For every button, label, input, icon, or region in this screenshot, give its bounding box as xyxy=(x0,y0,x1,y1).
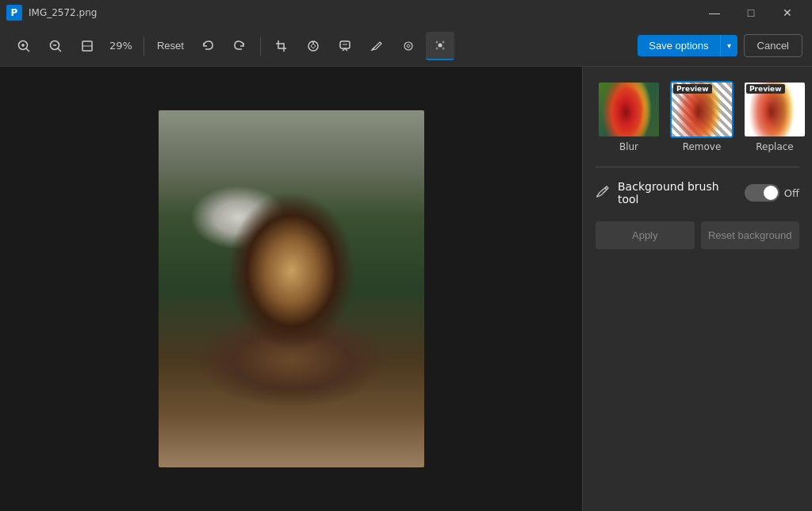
replace-option[interactable]: Preview Replace xyxy=(741,79,808,154)
adjustments-button[interactable] xyxy=(299,32,327,60)
redo-button[interactable] xyxy=(225,32,254,60)
cancel-button[interactable]: Cancel xyxy=(744,34,802,57)
background-options: Blur Preview Remove Preview Replace xyxy=(596,79,799,154)
main-image xyxy=(159,110,424,467)
background-effect-button[interactable] xyxy=(426,32,454,60)
image-container xyxy=(159,110,424,467)
close-button[interactable]: ✕ xyxy=(769,0,806,25)
minimize-button[interactable]: — xyxy=(696,0,733,25)
action-buttons: Apply Reset background xyxy=(596,221,799,249)
svg-point-14 xyxy=(404,42,412,50)
svg-line-1 xyxy=(26,48,29,52)
retouch-button[interactable] xyxy=(394,32,423,60)
svg-line-5 xyxy=(58,48,61,52)
crop-button[interactable] xyxy=(267,32,296,60)
main-image-visual xyxy=(159,110,424,467)
svg-point-15 xyxy=(438,43,442,47)
draw-button[interactable] xyxy=(362,32,391,60)
right-panel: Blur Preview Remove Preview Replace xyxy=(582,67,812,511)
replace-card[interactable]: Preview xyxy=(743,81,806,138)
canvas-area[interactable] xyxy=(0,67,582,511)
blur-option[interactable]: Blur xyxy=(596,79,662,154)
main-content: Blur Preview Remove Preview Replace xyxy=(0,67,812,511)
toggle-state-label: Off xyxy=(784,187,799,199)
remove-option[interactable]: Preview Remove xyxy=(668,79,735,154)
panel-divider xyxy=(596,167,799,167)
toolbar-right: Save options ▾ Cancel xyxy=(638,34,802,57)
reset-button[interactable]: Reset xyxy=(151,36,190,55)
toolbar: 29% Reset xyxy=(0,25,812,67)
brush-tool-label: Background brush tool xyxy=(618,180,737,206)
blur-preview xyxy=(599,83,659,136)
remove-card[interactable]: Preview xyxy=(670,81,733,138)
toolbar-divider-1 xyxy=(144,36,144,56)
save-options-chevron[interactable]: ▾ xyxy=(720,35,737,56)
toolbar-divider-2 xyxy=(260,36,261,56)
svg-point-17 xyxy=(442,40,444,43)
zoom-in-button[interactable] xyxy=(10,32,38,60)
window-controls: — □ ✕ xyxy=(696,0,806,25)
remove-label: Remove xyxy=(683,141,722,152)
zoom-level: 29% xyxy=(105,40,137,52)
fit-page-button[interactable] xyxy=(73,32,102,60)
blur-label: Blur xyxy=(619,141,638,152)
app-icon: P xyxy=(6,5,22,21)
svg-line-20 xyxy=(605,188,607,190)
speech-button[interactable] xyxy=(331,32,359,60)
window-title: IMG_2572.png xyxy=(29,7,696,18)
title-bar: P IMG_2572.png — □ ✕ xyxy=(0,0,812,25)
undo-button[interactable] xyxy=(193,32,222,60)
save-options-group: Save options ▾ xyxy=(638,35,737,56)
save-options-button[interactable]: Save options xyxy=(638,35,719,56)
brush-toggle-container[interactable]: Off xyxy=(745,184,799,202)
svg-point-18 xyxy=(435,47,438,49)
zoom-out-button[interactable] xyxy=(41,32,70,60)
maximize-button[interactable]: □ xyxy=(733,0,769,25)
remove-preview-badge: Preview xyxy=(673,84,712,94)
brush-toggle[interactable] xyxy=(745,184,779,202)
blur-card[interactable] xyxy=(597,81,661,138)
brush-icon xyxy=(596,184,610,202)
svg-point-16 xyxy=(435,40,438,43)
svg-point-19 xyxy=(442,47,444,49)
replace-label: Replace xyxy=(756,141,793,152)
replace-preview-badge: Preview xyxy=(746,84,785,94)
brush-tool-row: Background brush tool Off xyxy=(596,180,799,206)
apply-button[interactable]: Apply xyxy=(596,221,695,249)
toggle-thumb xyxy=(764,186,778,200)
reset-background-button[interactable]: Reset background xyxy=(701,221,800,249)
